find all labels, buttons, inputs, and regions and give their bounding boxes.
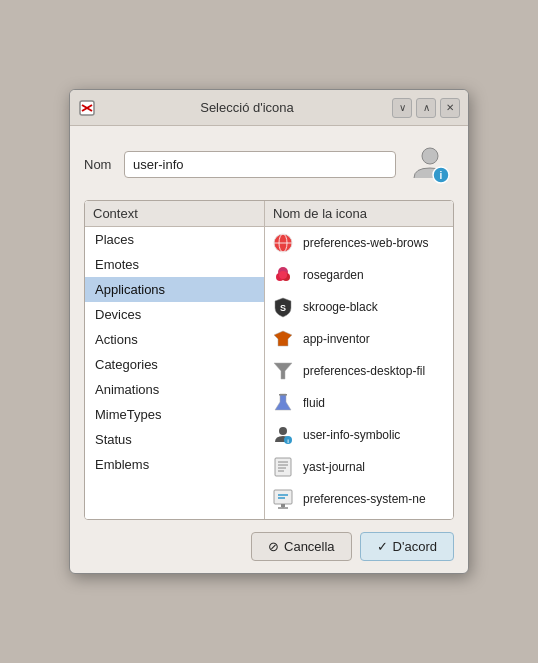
minimize-button[interactable]: ∨	[392, 98, 412, 118]
icon-thumb-5	[271, 391, 295, 415]
icon-thumb-0	[271, 231, 295, 255]
svg-marker-15	[274, 331, 292, 346]
cancel-button[interactable]: ⊘ Cancella	[251, 532, 352, 561]
ok-icon: ✓	[377, 539, 388, 554]
svg-point-18	[279, 427, 287, 435]
context-item-categories[interactable]: Categories	[85, 352, 264, 377]
svg-rect-21	[275, 458, 291, 476]
icon-name-3: app-inventor	[303, 332, 370, 346]
icon-row-1[interactable]: rosegarden	[265, 259, 453, 291]
svg-rect-17	[279, 394, 287, 396]
titlebar: Selecció d'icona ∨ ∧ ✕	[70, 90, 468, 126]
name-input[interactable]	[124, 151, 396, 178]
lists-container: Context PlacesEmotesApplicationsDevicesA…	[84, 200, 454, 520]
main-window: Selecció d'icona ∨ ∧ ✕ Nom i	[69, 89, 469, 574]
icon-thumb-2: S	[271, 295, 295, 319]
svg-text:S: S	[280, 303, 286, 313]
svg-point-3	[422, 148, 438, 164]
ok-button[interactable]: ✓ D'acord	[360, 532, 454, 561]
icon-preview: i	[406, 140, 454, 188]
close-button[interactable]: ✕	[440, 98, 460, 118]
icon-row-4[interactable]: preferences-desktop-fil	[265, 355, 453, 387]
context-item-applications[interactable]: Applications	[85, 277, 264, 302]
icon-row-2[interactable]: Sskrooge-black	[265, 291, 453, 323]
name-label: Nom	[84, 157, 114, 172]
maximize-button[interactable]: ∧	[416, 98, 436, 118]
context-header: Context	[85, 201, 264, 227]
icon-name-6: user-info-symbolic	[303, 428, 400, 442]
context-item-mimetypes[interactable]: MimeTypes	[85, 402, 264, 427]
icon-row-6[interactable]: iuser-info-symbolic	[265, 419, 453, 451]
icon-thumb-6: i	[271, 423, 295, 447]
icon-row-0[interactable]: preferences-web-brows	[265, 227, 453, 259]
icon-rows-list: preferences-web-browsrosegardenSskrooge-…	[265, 227, 453, 515]
cancel-icon: ⊘	[268, 539, 279, 554]
icon-name-5: fluid	[303, 396, 325, 410]
cancel-label: Cancella	[284, 539, 335, 554]
icon-name-1: rosegarden	[303, 268, 364, 282]
icon-thumb-1	[271, 263, 295, 287]
svg-text:i: i	[440, 170, 443, 181]
name-row: Nom i	[84, 140, 454, 188]
window-title: Selecció d'icona	[102, 100, 392, 115]
context-item-places[interactable]: Places	[85, 227, 264, 252]
icon-thumb-7	[271, 455, 295, 479]
icons-panel: Nom de la icona preferences-web-browsros…	[265, 201, 453, 519]
icon-thumb-4	[271, 359, 295, 383]
icon-row-5[interactable]: fluid	[265, 387, 453, 419]
icon-thumb-8	[271, 487, 295, 511]
dialog-content: Nom i Context PlacesEmotesApplicationsDe…	[70, 126, 468, 573]
icon-thumb-3	[271, 327, 295, 351]
icon-name-2: skrooge-black	[303, 300, 378, 314]
context-item-devices[interactable]: Devices	[85, 302, 264, 327]
context-item-actions[interactable]: Actions	[85, 327, 264, 352]
context-item-animations[interactable]: Animations	[85, 377, 264, 402]
context-items-list: PlacesEmotesApplicationsDevicesActionsCa…	[85, 227, 264, 477]
icon-name-0: preferences-web-brows	[303, 236, 428, 250]
icon-row-7[interactable]: yast-journal	[265, 451, 453, 483]
buttons-row: ⊘ Cancella ✓ D'acord	[84, 532, 454, 561]
ok-label: D'acord	[393, 539, 437, 554]
context-item-status[interactable]: Status	[85, 427, 264, 452]
icon-row-3[interactable]: app-inventor	[265, 323, 453, 355]
context-panel: Context PlacesEmotesApplicationsDevicesA…	[85, 201, 265, 519]
svg-rect-26	[274, 490, 292, 504]
context-item-emblems[interactable]: Emblems	[85, 452, 264, 477]
icon-name-8: preferences-system-ne	[303, 492, 426, 506]
icon-row-8[interactable]: preferences-system-ne	[265, 483, 453, 515]
icon-name-7: yast-journal	[303, 460, 365, 474]
app-icon	[78, 99, 96, 117]
svg-marker-16	[274, 363, 292, 379]
svg-point-13	[279, 271, 287, 279]
window-controls: ∨ ∧ ✕	[392, 98, 460, 118]
context-item-emotes[interactable]: Emotes	[85, 252, 264, 277]
icon-name-4: preferences-desktop-fil	[303, 364, 425, 378]
icons-header: Nom de la icona	[265, 201, 453, 227]
